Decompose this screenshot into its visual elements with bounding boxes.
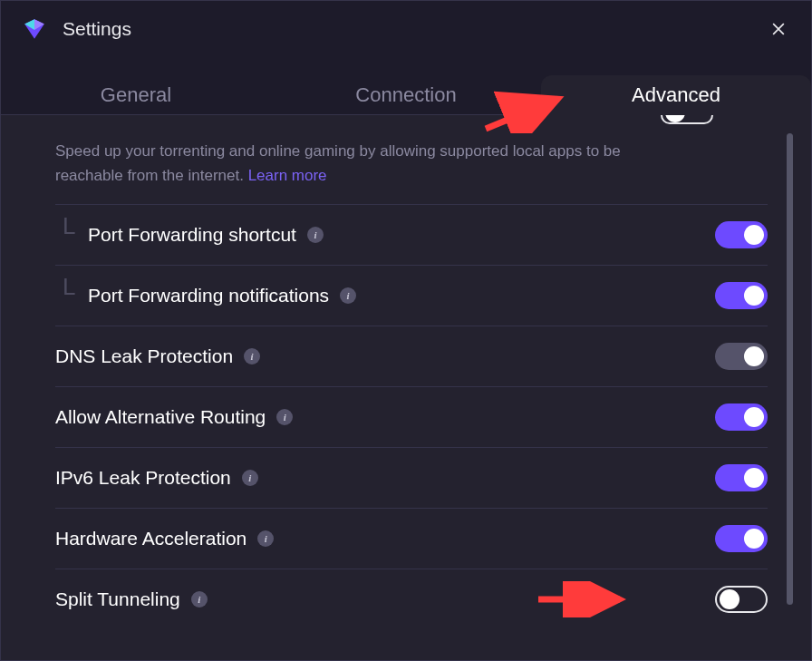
allow-alternative-routing-toggle[interactable] [715, 403, 768, 431]
window-title: Settings [63, 18, 131, 40]
port-forwarding-description: Speed up your torrenting and online gami… [55, 139, 672, 188]
port-forwarding-toggle[interactable] [661, 115, 713, 124]
info-icon[interactable]: i [340, 287, 356, 304]
settings-content: Port Forwarding Speed up your torrenting… [1, 115, 811, 660]
setting-port-forwarding-shortcut: L Port Forwarding shortcut i [55, 204, 768, 265]
setting-dns-leak-protection: DNS Leak Protection i [55, 326, 768, 386]
setting-hardware-acceleration: Hardware Acceleration i [55, 508, 768, 569]
port-forwarding-notifications-toggle[interactable] [715, 282, 768, 309]
setting-label: Allow Alternative Routing [55, 406, 266, 428]
sub-indicator-icon: L [63, 212, 75, 240]
learn-more-link[interactable]: Learn more [248, 167, 327, 184]
tab-label: Connection [355, 83, 456, 107]
close-button[interactable] [768, 18, 789, 40]
split-tunneling-toggle[interactable] [715, 586, 768, 613]
tab-label: General [101, 83, 171, 107]
sub-indicator-icon: L [63, 273, 75, 301]
info-icon[interactable]: i [276, 409, 293, 425]
setting-port-forwarding-notifications: L Port Forwarding notifications i [55, 265, 768, 326]
info-icon[interactable]: i [242, 470, 258, 486]
setting-label: Port Forwarding shortcut [88, 224, 296, 246]
setting-label: Port Forwarding notifications [88, 285, 329, 306]
info-icon[interactable]: i [307, 227, 324, 243]
hardware-acceleration-toggle[interactable] [715, 525, 768, 552]
app-logo-icon [23, 17, 46, 41]
scrollbar[interactable] [787, 133, 793, 605]
tab-bar: General Connection Advanced [1, 57, 811, 115]
setting-split-tunneling: Split Tunneling i [55, 569, 768, 629]
info-icon[interactable]: i [191, 591, 208, 608]
tab-connection[interactable]: Connection [271, 75, 541, 115]
port-forwarding-shortcut-toggle[interactable] [715, 221, 768, 248]
setting-label: Split Tunneling [55, 588, 180, 610]
setting-label: IPv6 Leak Protection [55, 467, 231, 489]
setting-label: Hardware Acceleration [55, 528, 246, 549]
dns-leak-protection-toggle[interactable] [715, 343, 768, 370]
close-icon [769, 20, 788, 38]
info-icon[interactable]: i [257, 530, 274, 547]
setting-allow-alternative-routing: Allow Alternative Routing i [55, 386, 768, 447]
title-bar: Settings [1, 1, 811, 57]
tab-advanced[interactable]: Advanced [541, 75, 811, 115]
setting-ipv6-leak-protection: IPv6 Leak Protection i [55, 447, 768, 508]
setting-label: DNS Leak Protection [55, 345, 233, 367]
tab-label: Advanced [632, 83, 720, 107]
info-icon[interactable]: i [244, 348, 260, 365]
ipv6-leak-protection-toggle[interactable] [715, 464, 768, 491]
tab-general[interactable]: General [1, 75, 271, 115]
